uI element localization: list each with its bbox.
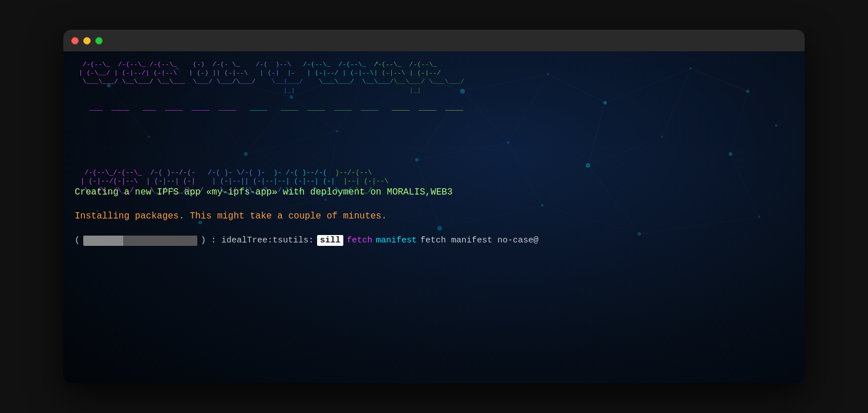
progress-open-paren: ( [75,236,80,245]
minimize-button[interactable] [83,37,91,44]
manifest-keyword: manifest [376,236,417,245]
progress-line: ( ) : idealTree:tsutils: sill fetch mani… [75,235,793,246]
title-bar [63,30,805,51]
terminal-text-lines: Creating a new IPFS app «my-ipfs-app» wi… [75,185,793,246]
terminal-window: ___ ____ ___ ____ ____ ____ ____ ____ __… [63,30,805,383]
progress-bar-fill [83,236,123,246]
ascii-text: /-(--\_ /-(--\_ /-(--\_ (-) /-(- \_ /-( … [75,60,793,95]
progress-close-text: ) : idealTree:tsutils: [201,236,314,245]
creating-line: Creating a new IPFS app «my-ipfs-app» wi… [75,185,793,200]
close-button[interactable] [71,37,79,44]
terminal-content: ___ ____ ___ ____ ____ ____ ____ ____ __… [63,51,805,383]
creating-text: Creating a new IPFS app «my-ipfs-app» wi… [75,187,453,197]
installing-line: Installing packages. This might take a c… [75,209,793,224]
sill-badge: sill [317,235,343,246]
no-case-text: fetch manifest no-case@ [420,236,538,245]
fetch-keyword: fetch [347,236,372,245]
progress-bar [83,236,197,246]
terminal-body: ___ ____ ___ ____ ____ ____ ____ ____ __… [63,51,805,383]
maximize-button[interactable] [95,37,103,44]
installing-text: Installing packages. This might take a c… [75,211,387,221]
ascii-art-main: /-(--\_ /-(--\_ /-(--\_ (-) /-(- \_ /-( … [75,60,793,174]
